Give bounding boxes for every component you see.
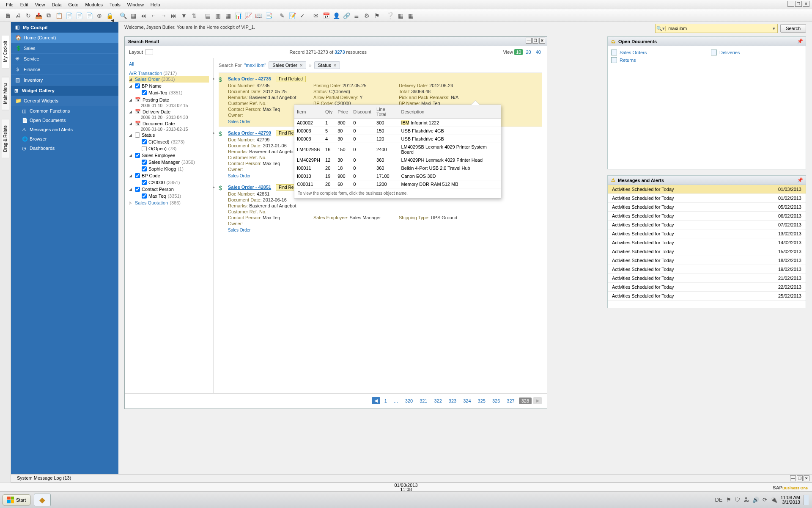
taskbar-clock[interactable]: 11:08 AM3/1/2013 xyxy=(781,495,800,505)
table-row[interactable]: LM4029PH12300360LM4029PH Lexmark 4029 Pr… xyxy=(294,156,501,164)
facet-status-closed[interactable]: C(Closed) (3273) xyxy=(129,138,209,145)
page-321[interactable]: 321 xyxy=(417,398,430,404)
menu-tools[interactable]: Tools xyxy=(106,1,124,8)
sr-minimize-icon[interactable]: — xyxy=(526,38,532,44)
link-icon[interactable]: 🔗 xyxy=(342,11,351,20)
page-320[interactable]: 320 xyxy=(403,398,415,404)
page-327[interactable]: 327 xyxy=(504,398,517,404)
page-1[interactable]: 1 xyxy=(382,398,390,404)
log-maximize-icon[interactable]: ❐ xyxy=(797,475,803,481)
settings2-icon[interactable]: ▦ xyxy=(406,11,415,20)
note-icon[interactable]: 📝 xyxy=(288,11,297,20)
expand-icon[interactable]: ▸ xyxy=(213,76,215,81)
doc-down-icon[interactable]: 📄 xyxy=(85,11,94,20)
sidebar-item-sales[interactable]: 💲Sales xyxy=(11,43,118,54)
tray-power-icon[interactable]: 🔌 xyxy=(771,497,777,503)
result-title[interactable]: Sales Order - 42799 xyxy=(228,130,271,135)
doc-up-icon[interactable]: 📄 xyxy=(74,11,84,20)
vtab-drag-relate[interactable]: Drag & Relate xyxy=(2,119,9,158)
sidebar-item-finance[interactable]: ＄Finance xyxy=(11,64,118,75)
facet-sales-employee[interactable]: ◢Sales Employee xyxy=(129,152,209,159)
menu-help[interactable]: Help xyxy=(147,1,164,8)
facet-bp-code[interactable]: ◢BP Code xyxy=(129,172,209,179)
refresh-icon[interactable]: ↻ xyxy=(24,11,33,20)
start-button[interactable]: Start xyxy=(3,494,30,505)
facet-salesemp-manager[interactable]: Sales Manager (3350) xyxy=(129,159,209,166)
message-row[interactable]: Activities Scheduled for Today19/02/2013 xyxy=(608,265,806,274)
page-322[interactable]: 322 xyxy=(431,398,444,404)
table-row[interactable]: I000034300120USB Flashdrive 4GB xyxy=(294,135,501,143)
message-row[interactable]: Activities Scheduled for Today07/02/2013 xyxy=(608,221,806,229)
chip-remove-icon[interactable]: × xyxy=(300,63,302,68)
layers-icon[interactable]: ≣ xyxy=(352,11,361,20)
show-desktop[interactable] xyxy=(804,495,809,505)
sidebar-sub-open-documents[interactable]: 📄Open Documents xyxy=(11,116,118,125)
data-icon[interactable]: ▦ xyxy=(129,11,138,20)
pin-icon[interactable]: 📌 xyxy=(797,39,803,44)
facet-ar-transaction[interactable]: A/R Transaction (3717) xyxy=(129,71,209,76)
facet-status-open[interactable]: O(Open) (78) xyxy=(129,145,209,152)
open-doc-returns[interactable]: Returns xyxy=(611,57,702,63)
facet-status[interactable]: ◢Status xyxy=(129,132,209,138)
form2-icon[interactable]: ▥ xyxy=(213,11,222,20)
sidebar-widget-gallery[interactable]: ⊞Widget Gallery xyxy=(11,86,118,96)
facet-contact-person[interactable]: ◢Contact Person xyxy=(129,186,209,193)
filter-icon[interactable]: ▼ xyxy=(179,11,189,20)
expand-icon[interactable]: ◢ xyxy=(129,77,132,81)
message-row[interactable]: Activities Scheduled for Today15/02/2013 xyxy=(608,247,806,256)
expand-icon[interactable]: ▸ xyxy=(213,185,215,189)
result-title[interactable]: Sales Order - 42851 xyxy=(228,185,271,190)
message-row[interactable]: Activities Scheduled for Today18/02/2013 xyxy=(608,256,806,265)
message-row[interactable]: Activities Scheduled for Today21/02/2013 xyxy=(608,274,806,283)
edit-icon[interactable]: ✎ xyxy=(277,11,287,20)
table-row[interactable]: I0001019900017100Canon EOS 30D xyxy=(294,172,501,180)
find-icon[interactable]: 🔍 xyxy=(118,11,128,20)
calendar-icon[interactable]: 📅 xyxy=(321,11,331,20)
layout-selector-icon[interactable] xyxy=(145,49,153,55)
search-button[interactable]: Search xyxy=(780,24,806,33)
view-20[interactable]: 20 xyxy=(524,49,532,55)
facet-all[interactable]: All xyxy=(129,61,209,66)
system-message-log[interactable]: System Message Log (13) —❐✕ xyxy=(11,474,812,483)
view-10[interactable]: 10 xyxy=(514,49,523,55)
form-icon[interactable]: ▤ xyxy=(203,11,212,20)
open-doc-sales-orders[interactable]: Sales Orders xyxy=(611,50,702,55)
next-icon[interactable]: → xyxy=(159,11,168,20)
sidebar-item-service[interactable]: ✳Service xyxy=(11,54,118,64)
preview-icon[interactable]: 🗎 xyxy=(3,11,13,20)
table-row[interactable]: I000035300150USB Flashdrive 4GB xyxy=(294,127,501,135)
mail-icon[interactable]: ✉ xyxy=(311,11,321,20)
book-icon[interactable]: 📖 xyxy=(254,11,263,20)
message-row[interactable]: Activities Scheduled for Today05/02/2013 xyxy=(608,203,806,212)
facet-bpcode-item[interactable]: C20000 (3351) xyxy=(129,179,209,186)
sidebar-general-widgets[interactable]: 📁General Widgets xyxy=(11,96,118,106)
table-row[interactable]: I0001120180360Belkin 4-Port USB 2.0 Trav… xyxy=(294,164,501,172)
search-dropdown-icon[interactable]: ▾ xyxy=(770,26,777,31)
menu-file[interactable]: File xyxy=(3,1,17,8)
window-close-icon[interactable]: ✕ xyxy=(803,1,809,7)
menu-modules[interactable]: Modules xyxy=(82,1,106,8)
target-icon[interactable]: ⊕ xyxy=(95,11,104,20)
sidebar-collapse-icon[interactable]: ◂ xyxy=(111,16,117,22)
tray-sound-icon[interactable]: 🔊 xyxy=(752,497,759,503)
collapse-icon[interactable]: ▷ xyxy=(129,201,132,205)
sr-maximize-icon[interactable]: ❐ xyxy=(532,38,538,44)
message-row[interactable]: Activities Scheduled for Today01/02/2013 xyxy=(608,194,806,203)
message-row[interactable]: Activities Scheduled for Today13/02/2013 xyxy=(608,229,806,238)
sidebar-item-inventory[interactable]: ▥Inventory xyxy=(11,75,118,86)
copy-icon[interactable]: ⧉ xyxy=(44,11,53,20)
facet-sales-order[interactable]: ◢Sales Order (3351) xyxy=(129,76,209,83)
facet-sales-quotation[interactable]: ▷Sales Quotation (366) xyxy=(129,199,209,206)
sort-icon[interactable]: ⇅ xyxy=(189,11,199,20)
flag-icon[interactable]: ⚑ xyxy=(372,11,381,20)
facet-bpname-check[interactable] xyxy=(135,83,140,88)
table-row[interactable]: C00011206001200Memory DDR RAM 512 MB xyxy=(294,180,501,188)
menu-window[interactable]: Window xyxy=(124,1,147,8)
menu-view[interactable]: View xyxy=(32,1,49,8)
result-type[interactable]: Sales Order xyxy=(228,228,540,232)
chip-sales-order[interactable]: Sales Order× xyxy=(269,61,306,69)
open-doc-deliveries[interactable]: Deliveries xyxy=(711,50,802,55)
message-row[interactable]: Activities Scheduled for Today25/02/2013 xyxy=(608,292,806,301)
facet-bpname-item[interactable]: Maxi-Teq (3351) xyxy=(129,89,209,96)
sidebar-item-home[interactable]: 🏠Home (Current) xyxy=(11,33,118,43)
